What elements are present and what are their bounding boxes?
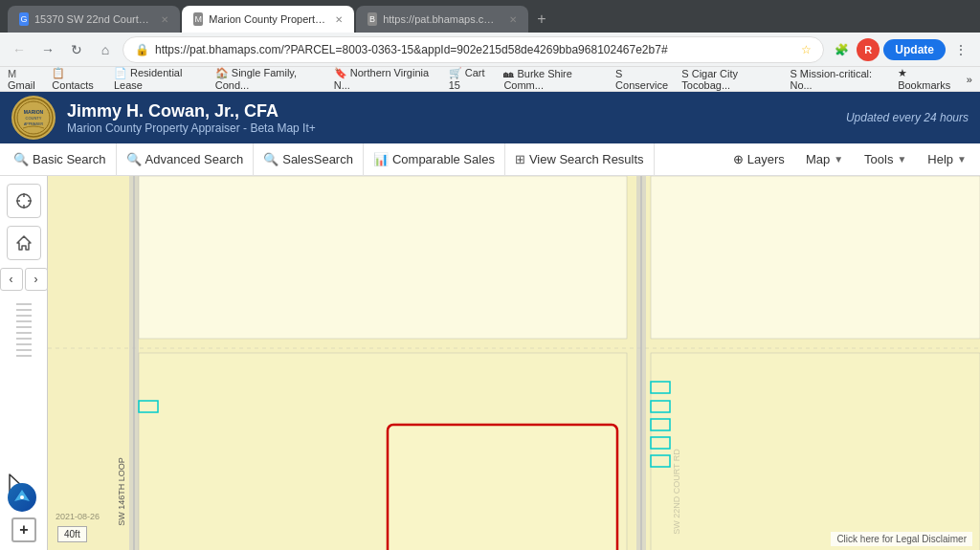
nav-sales-search[interactable]: 🔍 SalesSearch (254, 143, 364, 176)
browser-actions: 🧩 R Update ⋮ (830, 38, 972, 61)
bookmark-mission[interactable]: S Mission-critical: No... (790, 68, 890, 91)
nav-view-results[interactable]: ⊞ View Search Results (505, 143, 655, 176)
nav-help-label: Help (927, 152, 953, 166)
zoom-tick-2 (16, 309, 32, 311)
svg-rect-24 (651, 176, 980, 339)
new-tab-button[interactable]: + (528, 6, 555, 33)
app-title-sub: Marion County Property Appraiser - Beta … (67, 121, 316, 135)
nav-bar: 🔍 Basic Search 🔍 Advanced Search 🔍 Sales… (0, 143, 980, 176)
county-seal: MARION COUNTY APPRAISER (11, 96, 56, 140)
scale-bar: 40ft (57, 526, 87, 542)
home-button[interactable]: ⌂ (94, 38, 117, 61)
nav-comparable-sales[interactable]: 📊 Comparable Sales (364, 143, 505, 176)
browser-toolbar: ← → ↻ ⌂ 🔒 https://pat.bhamaps.com/?PARCE… (0, 33, 980, 67)
nav-tools[interactable]: Tools ▼ (855, 143, 916, 176)
svg-rect-26 (651, 353, 980, 550)
browser-tab-3[interactable]: B https://pat.bhamaps.com/?PARC... ✕ (356, 6, 528, 33)
map-sidebar: ‹ › + (0, 176, 48, 550)
map-dropdown-arrow: ▼ (834, 154, 843, 165)
map-svg: SW 146TH LOOP SW 22ND COURT RD SW 147TH … (48, 176, 980, 550)
chart-icon: 📊 (373, 152, 389, 166)
map-logo (8, 483, 36, 512)
zoom-tick-9 (16, 349, 32, 351)
nav-sales-search-label: SalesSearch (282, 152, 353, 166)
svg-rect-17 (636, 176, 646, 550)
nav-advanced-search[interactable]: 🔍 Advanced Search (117, 143, 255, 176)
pan-left-button[interactable]: ‹ (0, 268, 23, 291)
nav-layers-label: Layers (747, 152, 785, 166)
bookmark-conservice[interactable]: S Conservice (615, 68, 674, 91)
nav-view-results-label: View Search Results (529, 152, 644, 166)
bookmark-nova[interactable]: 🔖 Northern Virginia N... (334, 67, 441, 91)
search-icon-basic: 🔍 (13, 152, 29, 166)
pan-arrows: ‹ › (0, 268, 48, 291)
scale-label: 40ft (64, 529, 80, 539)
bookmark-star-icon[interactable]: ☆ (801, 43, 812, 56)
crosshair-button[interactable] (7, 184, 41, 218)
reload-button[interactable]: ↻ (65, 38, 88, 61)
tab-label-3: https://pat.bhamaps.com/?PARC... (383, 13, 500, 25)
legal-disclaimer-link[interactable]: Click here for Legal Disclaimer (831, 532, 972, 546)
bookmarks-bar: M Gmail 📋 Contacts 📄 Residential Lease 🏠… (0, 67, 980, 92)
nav-map[interactable]: Map ▼ (796, 143, 853, 176)
pan-right-button[interactable]: › (25, 268, 48, 291)
browser-tab-1[interactable]: G 15370 SW 22nd Court Rd - Goog... ✕ (8, 6, 180, 33)
bookmark-lease[interactable]: 📄 Residential Lease (114, 67, 208, 91)
browser-tab-2[interactable]: M Marion County Property Apprais... ✕ (182, 6, 354, 33)
zoom-tick-6 (16, 332, 32, 334)
tab-favicon-1: G (19, 12, 29, 26)
search-icon-sales: 🔍 (263, 152, 278, 166)
lock-icon: 🔒 (135, 43, 149, 56)
nav-help[interactable]: Help ▼ (918, 143, 976, 176)
back-button[interactable]: ← (8, 38, 31, 61)
bookmark-cigar[interactable]: S Cigar City Tocobag... (681, 68, 782, 91)
help-dropdown-arrow: ▼ (957, 154, 967, 165)
svg-text:SW 146TH LOOP: SW 146TH LOOP (117, 457, 126, 526)
nav-basic-search-label: Basic Search (33, 152, 106, 166)
update-button[interactable]: Update (883, 39, 946, 60)
nav-layers[interactable]: ⊕ Layers (724, 143, 794, 176)
nav-tools-label: Tools (864, 152, 893, 166)
updated-label: Updated every 24 hours (846, 111, 969, 124)
tab-close-3[interactable]: ✕ (509, 14, 517, 25)
nav-map-label: Map (806, 152, 830, 166)
bookmark-single-family[interactable]: 🏠 Single Family, Cond... (215, 67, 326, 91)
zoom-tick-4 (16, 320, 32, 322)
svg-rect-27 (388, 425, 617, 550)
nav-basic-search[interactable]: 🔍 Basic Search (4, 143, 117, 176)
bookmark-cart15[interactable]: 🛒 Cart 15 (449, 67, 497, 91)
search-icon-advanced: 🔍 (126, 152, 142, 166)
map-container[interactable]: ‹ › + (0, 176, 980, 550)
extensions-button[interactable]: 🧩 (830, 38, 853, 61)
tab-favicon-2: M (193, 12, 203, 26)
bookmark-contacts[interactable]: 📋 Contacts (52, 67, 106, 91)
zoom-tick-7 (16, 338, 32, 340)
map-date-watermark: 2021-08-26 (56, 512, 100, 521)
forward-button[interactable]: → (36, 38, 59, 61)
app-header: MARION COUNTY APPRAISER Jimmy H. Cowan, … (0, 92, 980, 143)
zoom-tick-8 (16, 343, 32, 345)
address-bar[interactable]: 🔒 https://pat.bhamaps.com/?PARCEL=8003-0… (122, 36, 824, 63)
svg-text:APPRAISER: APPRAISER (24, 122, 44, 126)
svg-rect-16 (129, 176, 139, 550)
bookmark-gmail[interactable]: M Gmail (8, 68, 44, 91)
home-map-button[interactable] (7, 226, 41, 260)
app-title-main: Jimmy H. Cowan, Jr., CFA (67, 101, 316, 121)
more-bookmarks[interactable]: » (967, 74, 972, 85)
zoom-tick-10 (16, 355, 32, 357)
nav-advanced-search-label: Advanced Search (145, 152, 244, 166)
bookmarks-folder[interactable]: ★ Bookmarks (898, 67, 959, 91)
grid-icon: ⊞ (515, 152, 525, 166)
svg-text:COUNTY: COUNTY (26, 116, 42, 121)
menu-button[interactable]: ⋮ (949, 38, 972, 61)
svg-text:MARION: MARION (24, 109, 44, 115)
tools-dropdown-arrow: ▼ (897, 154, 906, 165)
nav-right: ⊕ Layers Map ▼ Tools ▼ Help ▼ (724, 143, 976, 176)
tab-close-1[interactable]: ✕ (161, 14, 168, 25)
bookmark-burke[interactable]: 🏘 Burke Shire Comm... (503, 68, 608, 91)
svg-rect-23 (139, 176, 627, 339)
tab-close-2[interactable]: ✕ (335, 14, 343, 25)
zoom-slider (16, 302, 32, 358)
zoom-in-button[interactable]: + (11, 517, 36, 542)
profile-button[interactable]: R (857, 38, 880, 61)
